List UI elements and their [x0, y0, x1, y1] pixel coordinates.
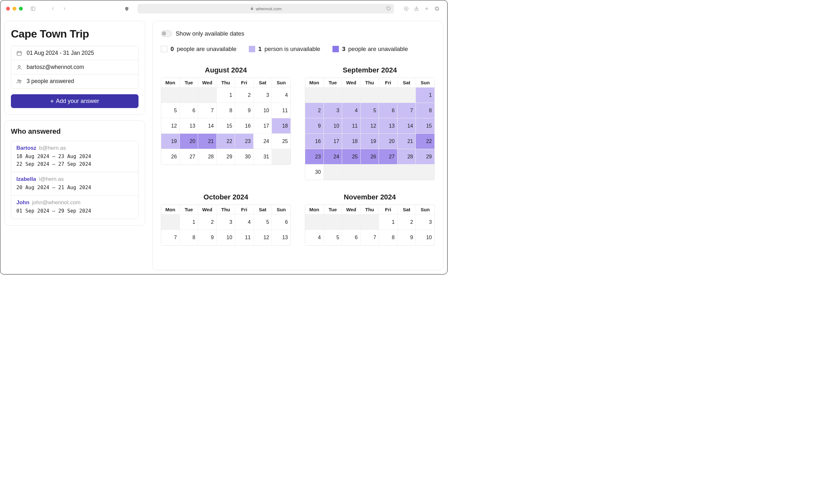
- calendar-day-cell[interactable]: 10: [254, 103, 272, 118]
- calendar-day-cell[interactable]: 9: [235, 103, 254, 118]
- answer-row[interactable]: Bartosz b@hern.as18 Aug 2024 – 23 Aug 20…: [11, 141, 138, 172]
- answer-row[interactable]: John john@whennot.com01 Sep 2024 – 29 Se…: [11, 195, 138, 219]
- downloads-button[interactable]: [402, 4, 411, 13]
- calendar-day-cell[interactable]: 4: [305, 230, 324, 245]
- calendar-day-cell[interactable]: 8: [416, 103, 434, 118]
- calendar-day-cell[interactable]: 1: [217, 87, 235, 103]
- calendar-day-cell[interactable]: 20: [180, 134, 198, 149]
- calendar-day-cell[interactable]: 6: [379, 103, 398, 118]
- calendar-day-cell[interactable]: 6: [342, 230, 361, 245]
- calendar-day-cell[interactable]: 22: [217, 134, 235, 149]
- calendar-day-cell[interactable]: 2: [305, 103, 324, 118]
- url-bar[interactable]: whennot.com: [137, 4, 394, 13]
- calendar-day-cell[interactable]: 30: [235, 149, 254, 164]
- calendar-day-cell[interactable]: 18: [342, 134, 361, 149]
- calendar-day-cell[interactable]: 6: [180, 103, 198, 118]
- calendar-day-cell[interactable]: 2: [198, 214, 217, 230]
- nav-back-button[interactable]: [48, 4, 57, 13]
- nav-forward-button[interactable]: [60, 4, 69, 13]
- calendar-day-cell[interactable]: 24: [254, 134, 272, 149]
- calendar-day-cell[interactable]: 12: [254, 230, 272, 245]
- calendar-day-cell[interactable]: 15: [217, 118, 235, 134]
- calendar-day-cell[interactable]: 3: [324, 103, 342, 118]
- calendar-day-cell[interactable]: 7: [198, 103, 217, 118]
- calendar-day-cell[interactable]: 10: [324, 118, 342, 134]
- calendar-day-cell[interactable]: 16: [305, 134, 324, 149]
- calendar-day-cell[interactable]: 8: [180, 230, 198, 245]
- calendar-day-cell[interactable]: 22: [416, 134, 434, 149]
- calendar-day-cell[interactable]: 14: [198, 118, 217, 134]
- calendar-day-cell[interactable]: 15: [416, 118, 434, 134]
- calendar-day-cell[interactable]: 3: [217, 214, 235, 230]
- calendar-day-cell[interactable]: 2: [235, 87, 254, 103]
- calendar-day-cell[interactable]: 31: [254, 149, 272, 164]
- calendar-day-cell[interactable]: 26: [361, 149, 379, 164]
- calendar-day-cell[interactable]: 2: [398, 214, 416, 230]
- calendar-day-cell[interactable]: 9: [198, 230, 217, 245]
- calendar-day-cell[interactable]: 17: [254, 118, 272, 134]
- calendar-day-cell[interactable]: 10: [217, 230, 235, 245]
- calendar-day-cell[interactable]: 19: [361, 134, 379, 149]
- calendar-day-cell[interactable]: 29: [217, 149, 235, 164]
- calendar-day-cell[interactable]: 21: [198, 134, 217, 149]
- calendar-day-cell[interactable]: 9: [305, 118, 324, 134]
- calendar-day-cell[interactable]: 28: [398, 149, 416, 164]
- calendar-day-cell[interactable]: 17: [324, 134, 342, 149]
- calendar-day-cell[interactable]: 9: [398, 230, 416, 245]
- calendar-day-cell[interactable]: 13: [272, 230, 291, 245]
- calendar-day-cell[interactable]: 27: [180, 149, 198, 164]
- calendar-day-cell[interactable]: 12: [161, 118, 180, 134]
- share-button[interactable]: [412, 4, 421, 13]
- calendar-day-cell[interactable]: 13: [379, 118, 398, 134]
- window-close-button[interactable]: [6, 7, 10, 11]
- calendar-day-cell[interactable]: 4: [235, 214, 254, 230]
- calendar-day-cell[interactable]: 23: [305, 149, 324, 164]
- calendar-day-cell[interactable]: 5: [161, 103, 180, 118]
- calendar-day-cell[interactable]: 12: [361, 118, 379, 134]
- calendar-day-cell[interactable]: 11: [342, 118, 361, 134]
- calendar-day-cell[interactable]: 14: [398, 118, 416, 134]
- privacy-shield-icon[interactable]: [122, 4, 131, 13]
- calendar-day-cell[interactable]: 23: [235, 134, 254, 149]
- calendar-day-cell[interactable]: 25: [342, 149, 361, 164]
- calendar-day-cell[interactable]: 10: [416, 230, 434, 245]
- calendar-day-cell[interactable]: 16: [235, 118, 254, 134]
- calendar-day-cell[interactable]: 25: [272, 134, 291, 149]
- new-tab-button[interactable]: [422, 4, 431, 13]
- calendar-day-cell[interactable]: 21: [398, 134, 416, 149]
- calendar-day-cell[interactable]: 3: [416, 214, 434, 230]
- calendar-day-cell[interactable]: 28: [198, 149, 217, 164]
- calendar-day-cell[interactable]: 1: [180, 214, 198, 230]
- calendar-day-cell[interactable]: 13: [180, 118, 198, 134]
- window-minimize-button[interactable]: [12, 7, 16, 11]
- calendar-day-cell[interactable]: 11: [235, 230, 254, 245]
- calendar-day-cell[interactable]: 4: [342, 103, 361, 118]
- calendar-day-cell[interactable]: 27: [379, 149, 398, 164]
- tabs-overview-button[interactable]: [432, 4, 441, 13]
- reload-icon[interactable]: [386, 6, 391, 12]
- calendar-day-cell[interactable]: 19: [161, 134, 180, 149]
- calendar-day-cell[interactable]: 6: [272, 214, 291, 230]
- calendar-day-cell[interactable]: 5: [361, 103, 379, 118]
- calendar-day-cell[interactable]: 7: [161, 230, 180, 245]
- add-answer-button[interactable]: + Add your answer: [11, 94, 138, 108]
- calendar-day-cell[interactable]: 8: [217, 103, 235, 118]
- window-zoom-button[interactable]: [19, 7, 23, 11]
- calendar-day-cell[interactable]: 30: [305, 164, 324, 180]
- calendar-day-cell[interactable]: 11: [272, 103, 291, 118]
- calendar-day-cell[interactable]: 29: [416, 149, 434, 164]
- calendar-day-cell[interactable]: 5: [254, 214, 272, 230]
- calendar-day-cell[interactable]: 8: [379, 230, 398, 245]
- calendar-day-cell[interactable]: 1: [379, 214, 398, 230]
- calendar-day-cell[interactable]: 5: [324, 230, 342, 245]
- calendar-day-cell[interactable]: 24: [324, 149, 342, 164]
- answer-row[interactable]: Izabella i@hern.as20 Aug 2024 – 21 Aug 2…: [11, 172, 138, 195]
- calendar-day-cell[interactable]: 26: [161, 149, 180, 164]
- calendar-day-cell[interactable]: 3: [254, 87, 272, 103]
- calendar-day-cell[interactable]: 7: [398, 103, 416, 118]
- calendar-day-cell[interactable]: 20: [379, 134, 398, 149]
- sidebar-toggle-button[interactable]: [29, 4, 37, 13]
- calendar-day-cell[interactable]: 4: [272, 87, 291, 103]
- calendar-day-cell[interactable]: 18: [272, 118, 291, 134]
- calendar-day-cell[interactable]: 7: [361, 230, 379, 245]
